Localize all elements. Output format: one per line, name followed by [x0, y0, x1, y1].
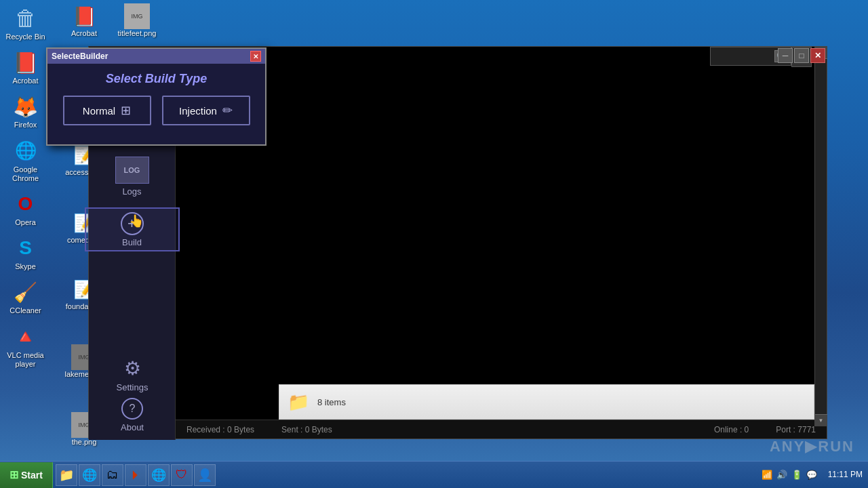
log-icon: LOG	[115, 157, 149, 184]
dialog-heading: Select Build Type	[58, 72, 254, 86]
sidebar-item-settings[interactable]: ⚙ Settings	[96, 352, 169, 398]
desktop-icon-titlefeet[interactable]: IMG titlefeet.png	[114, 3, 160, 37]
normal-btn-label: Normal	[83, 105, 115, 117]
desktop-icon-opera[interactable]: O Opera	[3, 188, 49, 230]
skype-label: Skype	[15, 262, 36, 271]
taskbar-user-button[interactable]: 👤	[194, 464, 216, 486]
desktop-icon-acrobat[interactable]: 📕 Acrobat	[3, 47, 49, 88]
build-label: Build	[122, 237, 142, 247]
folder-icon2: 🗂	[106, 468, 119, 482]
vertical-scrollbar[interactable]: ▲ ▼	[814, 47, 827, 426]
network-tray-icon[interactable]: 📶	[762, 470, 772, 480]
logs-label: Logs	[122, 186, 141, 197]
vlc-label: VLC media player	[5, 351, 46, 369]
sidebar-item-logs[interactable]: LOG Logs	[96, 157, 169, 202]
minimize-button[interactable]: ─	[778, 48, 793, 63]
sent-status: Sent : 0 Bytes	[281, 425, 332, 434]
taskbar: ⊞ Start 📁 🌐 🗂 ⏵ 🌐 🛡 👤	[0, 461, 868, 488]
chrome-icon: 🌐	[13, 138, 39, 164]
system-tray: 📶 🔊 🔋 💬	[756, 470, 823, 480]
desktop-icon-acrobat2[interactable]: 📕 Acrobat	[61, 3, 107, 37]
taskbar-ie-button[interactable]: 🌐	[79, 464, 100, 486]
acrobat2-label: Acrobat	[71, 29, 97, 37]
injection-btn-label: Injection	[179, 105, 217, 117]
dialog-content: Select Build Type Normal ⊞ Injection ✏	[47, 64, 265, 134]
taskbar-antivirus-button[interactable]: 🛡	[171, 464, 193, 486]
taskbar-items: 📁 🌐 🗂 ⏵ 🌐 🛡 👤	[53, 462, 756, 488]
antivirus-icon: 🛡	[176, 468, 188, 482]
about-icon: ?	[121, 398, 143, 420]
normal-build-button[interactable]: Normal ⊞	[63, 96, 151, 125]
desktop: 🗑 Recycle Bin 📕 Acrobat 🦊 Firefox 🌐 Goog…	[0, 0, 868, 488]
taskbar-media-button[interactable]: ⏵	[125, 464, 146, 486]
recycle-bin-icon: 🗑	[13, 5, 39, 31]
skype-icon: S	[13, 235, 39, 261]
desktop-icons: 🗑 Recycle Bin 📕 Acrobat 🦊 Firefox 🌐 Goog…	[0, 0, 51, 374]
start-label: Start	[21, 470, 43, 481]
watermark: ANY▶RUN	[770, 438, 854, 455]
scroll-down-button[interactable]: ▼	[815, 414, 827, 426]
titlefeet-icon: IMG	[124, 3, 150, 29]
vlc-icon: 🔺	[13, 324, 39, 350]
taskbar-chrome-button[interactable]: 🌐	[148, 464, 170, 486]
desktop-icon-vlc[interactable]: 🔺 VLC media player	[3, 321, 49, 371]
select-builder-dialog: SelecteBuilder ✕ Select Build Type Norma…	[46, 47, 267, 146]
sidebar-item-build[interactable]: + Build	[85, 207, 180, 251]
acrobat-icon2: 📕	[71, 3, 97, 29]
build-plus-icon: +	[121, 212, 144, 235]
dialog-close-button[interactable]: ✕	[250, 51, 261, 62]
battery-tray-icon[interactable]: 🔋	[791, 470, 802, 480]
injection-build-button[interactable]: Injection ✏	[162, 96, 250, 125]
media-icon: ⏵	[130, 468, 142, 482]
taskbar-explorer-button[interactable]: 📁	[56, 464, 77, 486]
desktop-icon-firefox[interactable]: 🦊 Firefox	[3, 91, 49, 132]
file-count: 8 items	[317, 397, 346, 407]
about-label: About	[121, 422, 144, 432]
sidebar-item-about[interactable]: ? About	[96, 392, 169, 438]
recycle-bin-label: Recycle Bin	[5, 33, 45, 41]
start-button[interactable]: ⊞ Start	[0, 462, 53, 488]
normal-btn-icon: ⊞	[121, 103, 131, 118]
settings-label: Settings	[117, 382, 149, 392]
desktop-icon-skype[interactable]: S Skype	[3, 232, 49, 274]
received-status: Received : 0 Bytes	[186, 425, 254, 434]
notification-tray-icon[interactable]: 💬	[806, 470, 817, 480]
build-type-buttons: Normal ⊞ Injection ✏	[58, 96, 254, 125]
acrobat-label: Acrobat	[13, 77, 39, 85]
folder-icon: 📁	[288, 392, 309, 413]
chrome-icon2: 🌐	[151, 468, 166, 483]
main-app-titlebar-btns: ─ □ ✕	[776, 47, 827, 64]
dialog-title: SelecteBuilder	[52, 52, 108, 61]
start-windows-icon: ⊞	[9, 468, 18, 481]
maximize-button[interactable]: □	[794, 48, 809, 63]
clock-time: 11:11 PM	[828, 470, 863, 479]
opera-icon: O	[13, 191, 39, 217]
status-bar: Received : 0 Bytes Sent : 0 Bytes Online…	[176, 420, 827, 439]
online-status: Online : 0	[714, 425, 749, 434]
firefox-icon: 🦊	[13, 94, 39, 119]
dialog-titlebar: SelecteBuilder ✕	[47, 49, 265, 64]
explorer-icon: 📁	[59, 468, 74, 483]
taskbar-folder-button[interactable]: 🗂	[102, 464, 123, 486]
port-status: Port : 7771	[776, 425, 816, 434]
injection-btn-icon: ✏	[222, 103, 233, 118]
ie-icon: 🌐	[82, 468, 97, 483]
close-button[interactable]: ✕	[810, 48, 825, 63]
desktop-icon-google-chrome[interactable]: 🌐 Google Chrome	[3, 136, 49, 186]
ccleaner-label: CCleaner	[9, 306, 41, 315]
volume-tray-icon[interactable]: 🔊	[776, 470, 787, 480]
settings-icon: ⚙	[124, 357, 141, 380]
titlefeet-label: titlefeet.png	[118, 29, 157, 37]
ccleaner-icon: 🧹	[13, 279, 39, 305]
file-explorer-bar: 📁 8 items	[279, 384, 814, 420]
acrobat-icon: 📕	[13, 49, 39, 75]
taskbar-clock[interactable]: 11:11 PM	[823, 470, 868, 481]
chrome-label: Google Chrome	[5, 165, 46, 183]
desktop-icon-recycle-bin[interactable]: 🗑 Recycle Bin	[3, 3, 49, 44]
user-icon: 👤	[197, 468, 212, 483]
opera-label: Opera	[15, 218, 36, 227]
desktop-icon-ccleaner[interactable]: 🧹 CCleaner	[3, 277, 49, 318]
firefox-label: Firefox	[14, 121, 37, 129]
